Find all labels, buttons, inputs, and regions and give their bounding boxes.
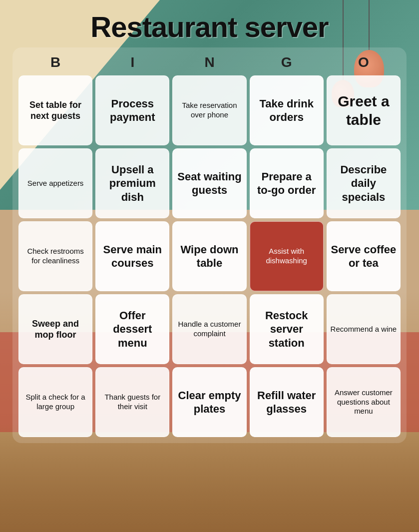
cell-text-15: Sweep and mop floor [22,318,89,341]
cell-text-21: Thank guests for their visit [99,393,166,412]
bingo-letter-g: G [250,52,324,72]
bingo-letter-i: I [95,52,169,72]
cell-text-7: Seat waiting guests [176,170,243,197]
cell-text-23: Refill water glasses [253,389,320,416]
cell-text-9: Describe daily specials [330,163,397,204]
bingo-cell-15: Sweep and mop floor [18,294,92,364]
bingo-cell-2: Take reservation over phone [172,75,246,145]
bingo-cell-18: Restock server station [250,294,324,364]
cell-text-14: Serve coffee or tea [330,243,397,270]
cell-text-20: Split a check for a large group [22,393,89,412]
cell-text-5: Serve appetizers [27,179,84,188]
bingo-cell-13: Assist with dishwashing [250,221,324,291]
cell-text-8: Prepare a to-go order [253,170,320,197]
bingo-grid: Set table for next guestsProcess payment… [18,75,401,437]
bingo-header: BINGO [18,52,401,72]
cell-text-17: Handle a customer complaint [176,320,243,339]
bingo-cell-0: Set table for next guests [18,75,92,145]
cell-text-3: Take drink orders [253,97,320,124]
bingo-cell-10: Check restrooms for cleanliness [18,221,92,291]
bingo-cell-20: Split a check for a large group [18,367,92,437]
cell-text-13: Assist with dishwashing [253,247,320,266]
cell-text-19: Recommend a wine [331,325,397,334]
bingo-cell-23: Refill water glasses [250,367,324,437]
cell-text-6: Upsell a premium dish [99,163,166,204]
cell-text-2: Take reservation over phone [176,101,243,120]
bingo-letter-o: O [327,52,401,72]
bingo-cell-11: Serve main courses [95,221,169,291]
cell-text-16: Offer dessert menu [99,309,166,350]
bingo-cell-19: Recommend a wine [327,294,401,364]
cell-text-4: Greet a table [330,92,397,129]
cell-text-22: Clear empty plates [176,389,243,416]
cell-text-11: Serve main courses [99,243,166,270]
page-title: Restaurant server [12,10,407,43]
bingo-cell-22: Clear empty plates [172,367,246,437]
bingo-cell-5: Serve appetizers [18,148,92,218]
bingo-letter-n: N [172,52,246,72]
bingo-cell-7: Seat waiting guests [172,148,246,218]
bingo-cell-21: Thank guests for their visit [95,367,169,437]
bingo-cell-1: Process payment [95,75,169,145]
cell-text-24: Answer customer questions about menu [330,388,397,416]
bingo-card: BINGO Set table for next guestsProcess p… [12,47,407,443]
bingo-cell-24: Answer customer questions about menu [327,367,401,437]
cell-text-10: Check restrooms for cleanliness [22,247,89,266]
cell-text-12: Wipe down table [176,243,243,270]
page-content: Restaurant server BINGO Set table for ne… [0,0,419,453]
cell-text-18: Restock server station [253,309,320,350]
bingo-letter-b: B [18,52,92,72]
bingo-cell-8: Prepare a to-go order [250,148,324,218]
bingo-cell-3: Take drink orders [250,75,324,145]
cell-text-0: Set table for next guests [22,99,89,122]
bingo-cell-6: Upsell a premium dish [95,148,169,218]
bingo-cell-16: Offer dessert menu [95,294,169,364]
bingo-cell-12: Wipe down table [172,221,246,291]
bingo-cell-17: Handle a customer complaint [172,294,246,364]
cell-text-1: Process payment [99,97,166,124]
bingo-cell-9: Describe daily specials [327,148,401,218]
bingo-cell-14: Serve coffee or tea [327,221,401,291]
bingo-cell-4: Greet a table [327,75,401,145]
